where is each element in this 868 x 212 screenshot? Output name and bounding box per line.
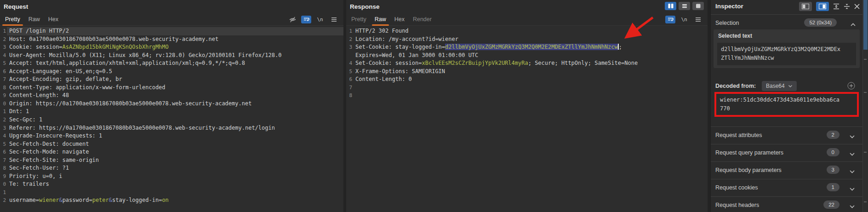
line-number: 8 [0, 84, 7, 92]
word-wrap-icon[interactable] [665, 16, 675, 23]
code-text: Priority: u=0, i [9, 173, 63, 179]
menu-icon[interactable] [693, 16, 703, 23]
inspector-section-request-query-parameters[interactable]: Request query parameters0 [711, 144, 862, 162]
section-label: Request headers [715, 202, 759, 208]
code-line: 2Location: /my-account?id=wiener [346, 35, 708, 44]
code-line: 3Cookie: session=AsAZNbpd15bkGMiNgKSnQOs… [0, 43, 343, 52]
editor-layout-buttons [665, 2, 704, 10]
code-text: Upgrade-Insecure-Requests: 1 [9, 132, 102, 139]
code-text: Set-Cookie: stay-logged-in= [355, 44, 445, 50]
code-line: 1POST /login HTTP/2 [0, 27, 343, 35]
selection-section-header[interactable]: Selection 52 (0x34) [711, 17, 862, 29]
selected-text-box[interactable]: d2llbmVyOjUxZGMzMGRkYzQ3M2Q0M2E2MDExZTll… [717, 43, 856, 65]
code-text: Content-Type: application/x-www-form-url… [9, 84, 166, 91]
scrollbar-mark [864, 59, 867, 60]
inspector-section-request-cookies[interactable]: Request cookies1 [711, 179, 862, 197]
request-tab-hex[interactable]: Hex [44, 14, 63, 25]
request-tab-pretty[interactable]: Pretty [1, 14, 24, 25]
single-layout-button[interactable] [692, 2, 704, 10]
word-wrap-icon[interactable] [301, 16, 311, 23]
line-number: 1 [346, 27, 353, 35]
inspector-section-request-headers[interactable]: Request headers22 [711, 197, 862, 212]
newline-icon[interactable]: \n [315, 16, 325, 23]
code-line: 2username=wiener&password=peter&stay-log… [0, 196, 343, 205]
response-toolbar: \n [665, 16, 703, 23]
inspector-title: Inspector [715, 3, 743, 10]
code-text: & [109, 197, 112, 203]
collapse-all-icon[interactable] [844, 3, 850, 10]
response-tab-hex[interactable]: Hex [390, 14, 409, 25]
response-tab-pretty[interactable]: Pretty [347, 14, 371, 25]
section-label: Request cookies [715, 184, 758, 191]
code-text: POST /login HTTP/2 [9, 28, 69, 34]
vertical-scrollbar[interactable] [862, 0, 868, 212]
expand-all-icon[interactable] [833, 3, 839, 10]
selected-text-value: d2llbmVyOjUxZGMzMGRkYzQ3M2Q0M2E2MDExZTll… [721, 45, 842, 63]
code-text: Content-Length: 0 [355, 76, 412, 82]
section-count-badge: 1 [827, 183, 839, 191]
chevron-down-icon[interactable] [849, 133, 855, 140]
code-text: Te: trailers [9, 181, 49, 187]
code-text: Set-Cookie: session= [355, 60, 422, 66]
code-line: 3Referer: https://0a1700ae0301867080b03a… [0, 124, 343, 132]
chevron-up-icon[interactable] [850, 21, 856, 28]
code-text: & [59, 197, 62, 203]
code-text: Accept-Encoding: gzip, deflate, br [9, 76, 122, 82]
close-icon[interactable] [854, 4, 860, 9]
rows-layout-button[interactable] [679, 2, 690, 10]
inspector-section-request-attributes[interactable]: Request attributes2 [711, 127, 862, 144]
code-text: password= [63, 197, 92, 203]
add-decoder-icon[interactable] [847, 82, 855, 91]
code-line: 5Accept: text/html,application/xhtml+xml… [0, 59, 343, 68]
chevron-down-icon[interactable] [849, 151, 855, 158]
decoded-from-row: Decoded from: Base64 [711, 81, 862, 92]
decoder-dropdown[interactable]: Base64 [762, 81, 797, 91]
code-line: 1Dnt: 1 [0, 108, 343, 116]
section-count-badge: 2 [827, 131, 839, 139]
inspector-section-request-body-parameters[interactable]: Request body parameters3 [711, 162, 862, 179]
line-number: 1 [0, 108, 7, 116]
chevron-down-icon[interactable] [849, 186, 855, 193]
newline-icon[interactable]: \n [679, 16, 689, 23]
code-text: X-Frame-Options: SAMEORIGIN [355, 68, 445, 74]
chevron-down-icon[interactable] [849, 168, 855, 175]
section-label: Request attributes [715, 132, 762, 138]
line-number: 5 [0, 59, 7, 68]
line-number: 9 [0, 172, 7, 181]
code-line: 4Set-Cookie: session=xBclvEEsM2sCZrBuipj… [346, 59, 708, 68]
selected-text-highlight: d2llbmVyOjUxZGMzMGRkYzQ3M2Q0M2E2MDExZTll… [445, 44, 618, 50]
columns-layout-button[interactable] [665, 2, 676, 10]
code-text: Accept-Language: en-US,en;q=0.5 [9, 68, 112, 74]
chevron-down-icon [788, 85, 793, 88]
section-label: Request body parameters [715, 167, 782, 173]
response-tab-render[interactable]: Render [409, 14, 436, 25]
line-number: 8 [346, 92, 353, 100]
code-line: 0Origin: https://0a1700ae0301867080b03ae… [0, 100, 343, 108]
line-number: 2 [0, 196, 7, 205]
code-text: Accept: text/html,application/xhtml+xml,… [9, 60, 245, 66]
code-line: 2Sec-Gpc: 1 [0, 116, 343, 124]
response-editor[interactable]: 1HTTP/2 302 Found2Location: /my-account?… [346, 26, 708, 212]
code-line: 7Sec-Fetch-Site: same-origin [0, 156, 343, 165]
line-number: 4 [0, 52, 7, 60]
eye-off-icon[interactable] [287, 16, 297, 23]
line-number: 6 [346, 75, 353, 84]
code-text: xBclvEEsM2sCZrBuipjYpVk2URl4myRa [422, 60, 528, 66]
response-tab-raw[interactable]: Raw [371, 14, 390, 25]
request-editor[interactable]: 1POST /login HTTP/22Host: 0a1700ae030186… [0, 26, 343, 212]
request-tab-raw[interactable]: Raw [24, 14, 44, 25]
chevron-down-icon[interactable] [849, 203, 855, 210]
scrollbar-thumb[interactable] [863, 0, 868, 50]
code-text: Sec-Fetch-Mode: navigate [9, 149, 89, 155]
line-number: 7 [0, 156, 7, 165]
code-line: 8Sec-Fetch-User: ?1 [0, 164, 343, 172]
menu-icon[interactable] [329, 16, 339, 23]
selected-text-panel: Selected text d2llbmVyOjUxZGMzMGRkYzQ3M2… [714, 29, 860, 68]
code-line: 9Priority: u=0, i [0, 172, 343, 181]
code-text: Sec-Fetch-User: ?1 [9, 165, 69, 171]
line-number: 6 [0, 68, 7, 76]
inspector-dock-left-button[interactable] [799, 2, 812, 11]
line-number: 2 [0, 35, 7, 44]
section-count-badge: 0 [827, 148, 839, 156]
inspector-dock-right-button[interactable] [816, 2, 829, 11]
